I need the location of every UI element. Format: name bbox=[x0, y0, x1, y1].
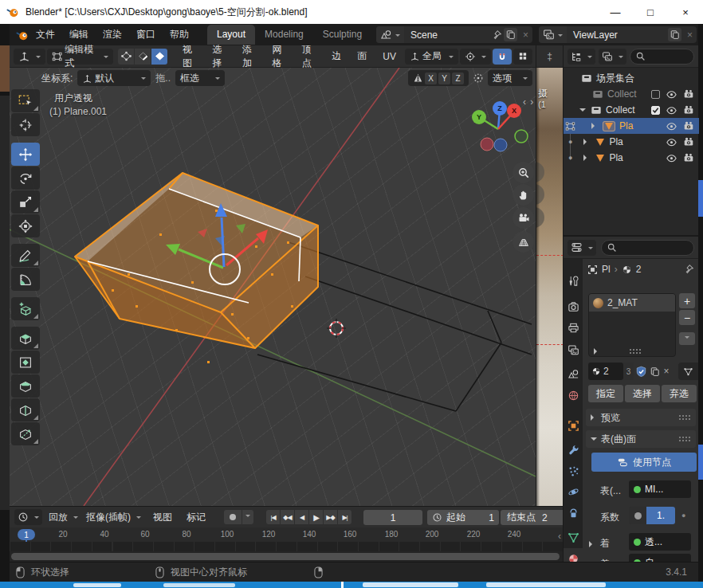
expand-arrow-icon[interactable] bbox=[579, 108, 586, 115]
vertex-select-icon[interactable] bbox=[118, 49, 134, 65]
editor-type-button[interactable] bbox=[14, 49, 45, 65]
jump-end-button[interactable]: ▶| bbox=[338, 510, 352, 524]
eye-icon[interactable] bbox=[666, 152, 677, 164]
mirror-z-toggle[interactable]: Z bbox=[452, 73, 464, 84]
transform-tool[interactable] bbox=[11, 214, 40, 237]
node-tree-dropdown[interactable] bbox=[678, 363, 698, 380]
zoom-button[interactable] bbox=[513, 162, 534, 183]
menu-view[interactable]: 视图 bbox=[175, 43, 203, 70]
bevel-tool[interactable] bbox=[11, 374, 40, 398]
tab-modifiers[interactable] bbox=[564, 439, 583, 460]
camera-view-button[interactable] bbox=[513, 207, 534, 229]
region-header-icon[interactable]: ‡ bbox=[547, 51, 552, 62]
slot-specials-button[interactable] bbox=[679, 332, 695, 345]
timeline-marker-menu[interactable]: 标记 bbox=[179, 511, 213, 524]
camera-visibility-icon[interactable] bbox=[683, 88, 694, 100]
prev-keyframe-button[interactable]: ◆◀ bbox=[281, 510, 294, 524]
scrollbar-handle[interactable] bbox=[11, 553, 560, 560]
maximize-button[interactable]: □ bbox=[633, 0, 668, 24]
tab-physics[interactable] bbox=[564, 481, 583, 502]
viewport-canvas[interactable]: Y Z X 坐标系: 默认 拖.. 框选 X Y Z 选项 用户透视 bbox=[10, 68, 536, 506]
eye-icon[interactable] bbox=[666, 88, 677, 100]
row-collapsed-icon[interactable] bbox=[589, 541, 595, 547]
outliner-row-scene-collection[interactable]: 场景集合 bbox=[564, 70, 699, 86]
factor-field[interactable]: 1. ● bbox=[629, 507, 685, 524]
face-select-icon[interactable] bbox=[151, 49, 167, 65]
remove-slot-button[interactable]: − bbox=[679, 310, 695, 325]
list-grip[interactable] bbox=[629, 348, 642, 355]
next-keyframe-button[interactable]: ▶◆ bbox=[324, 510, 337, 524]
eye-icon[interactable] bbox=[666, 136, 677, 148]
frame-start-field[interactable]: 起始 1 bbox=[427, 510, 499, 525]
minimize-button[interactable]: — bbox=[598, 0, 633, 24]
move-tool[interactable] bbox=[11, 143, 40, 166]
blender-menu-icon[interactable] bbox=[16, 29, 29, 41]
menu-window[interactable]: 窗口 bbox=[129, 28, 163, 41]
cursor-tool[interactable] bbox=[11, 113, 40, 136]
timeline-track[interactable] bbox=[10, 542, 563, 551]
playback-menu[interactable]: 回放 bbox=[49, 511, 78, 524]
new-material-icon[interactable] bbox=[648, 363, 661, 380]
expand-arrow-icon[interactable] bbox=[591, 123, 598, 129]
tab-output[interactable] bbox=[564, 317, 583, 338]
play-button[interactable]: ▶ bbox=[309, 510, 323, 524]
region-toggle-arrows-icon[interactable]: ‹ › bbox=[523, 96, 534, 108]
menu-file[interactable]: 文件 bbox=[29, 28, 62, 41]
expand-arrow-icon[interactable] bbox=[583, 155, 590, 161]
snap-target-dropdown[interactable] bbox=[460, 49, 491, 65]
tab-scene[interactable] bbox=[564, 363, 583, 384]
fake-user-shield-icon[interactable] bbox=[634, 363, 648, 380]
inset-faces-tool[interactable] bbox=[11, 351, 40, 374]
menu-face[interactable]: 面 bbox=[350, 49, 374, 63]
properties-search-input[interactable] bbox=[601, 240, 694, 256]
menu-render[interactable]: 渲染 bbox=[96, 28, 129, 41]
magnet-snap-icon[interactable] bbox=[493, 49, 512, 65]
tab-tool[interactable] bbox=[564, 270, 583, 291]
measure-tool[interactable] bbox=[11, 268, 40, 291]
breadcrumb-material[interactable]: 2 bbox=[636, 264, 642, 275]
outliner-row-object[interactable]: ● Pla bbox=[564, 134, 699, 150]
menu-uv[interactable]: UV bbox=[375, 51, 403, 62]
outliner-display-mode-dropdown[interactable] bbox=[568, 49, 595, 65]
assign-button[interactable]: 指定 bbox=[588, 385, 623, 402]
mode-dropdown[interactable]: 编辑模式 bbox=[47, 49, 113, 65]
panel-grip[interactable] bbox=[678, 436, 691, 442]
transform-orientation-dropdown[interactable]: 全局 bbox=[405, 49, 458, 65]
camera-visibility-icon[interactable] bbox=[683, 136, 694, 147]
outliner-row-object[interactable]: ● Pla bbox=[564, 150, 699, 166]
exclude-checkbox[interactable] bbox=[651, 90, 660, 99]
loop-cut-tool[interactable] bbox=[11, 398, 40, 421]
pan-hand-button[interactable] bbox=[513, 184, 534, 206]
panel-grip[interactable] bbox=[678, 414, 691, 421]
coord-system-dropdown[interactable]: 默认 bbox=[77, 70, 151, 86]
preview-panel-header[interactable]: 预览 bbox=[586, 409, 696, 426]
extrude-tool[interactable] bbox=[11, 327, 40, 350]
jump-start-button[interactable]: |◀ bbox=[266, 510, 280, 524]
viewlayer-unlink-icon[interactable]: × bbox=[683, 29, 697, 41]
falloff-icon[interactable] bbox=[473, 73, 484, 84]
outliner-row-collection[interactable]: Collect bbox=[564, 102, 699, 118]
tab-view-layer[interactable] bbox=[564, 339, 583, 360]
menu-mesh[interactable]: 网格 bbox=[265, 43, 293, 70]
outliner-search-input[interactable] bbox=[630, 49, 694, 65]
play-reverse-button[interactable]: ◀ bbox=[295, 510, 308, 524]
scene-name[interactable]: Scene bbox=[404, 29, 491, 41]
outliner-row-collection-excluded[interactable]: Collect bbox=[564, 86, 699, 102]
tab-constraints[interactable] bbox=[564, 503, 583, 523]
camera-visibility-icon[interactable] bbox=[683, 120, 694, 131]
frame-end-field[interactable]: 结束点 2 bbox=[501, 510, 563, 525]
keying-menu[interactable]: 抠像(插帧) bbox=[86, 511, 141, 524]
material-slot-item[interactable]: 2_MAT bbox=[589, 294, 675, 312]
knife-tool[interactable] bbox=[11, 422, 40, 445]
rotate-tool[interactable] bbox=[11, 167, 40, 190]
unlink-material-icon[interactable]: × bbox=[661, 363, 672, 380]
workspace-tab-modeling[interactable]: Modeling bbox=[255, 25, 313, 45]
outliner-filter-dropdown[interactable] bbox=[599, 49, 626, 65]
camera-viewport-strip[interactable]: 摄 (1 bbox=[536, 68, 563, 506]
select-button[interactable]: 选择 bbox=[625, 385, 660, 402]
menu-edge[interactable]: 边 bbox=[324, 49, 348, 63]
material-name-field[interactable]: 2 bbox=[588, 363, 623, 380]
proportional-edit-icon[interactable] bbox=[513, 49, 532, 65]
ortho-grid-button[interactable] bbox=[513, 231, 534, 253]
tab-particles[interactable] bbox=[564, 461, 583, 481]
